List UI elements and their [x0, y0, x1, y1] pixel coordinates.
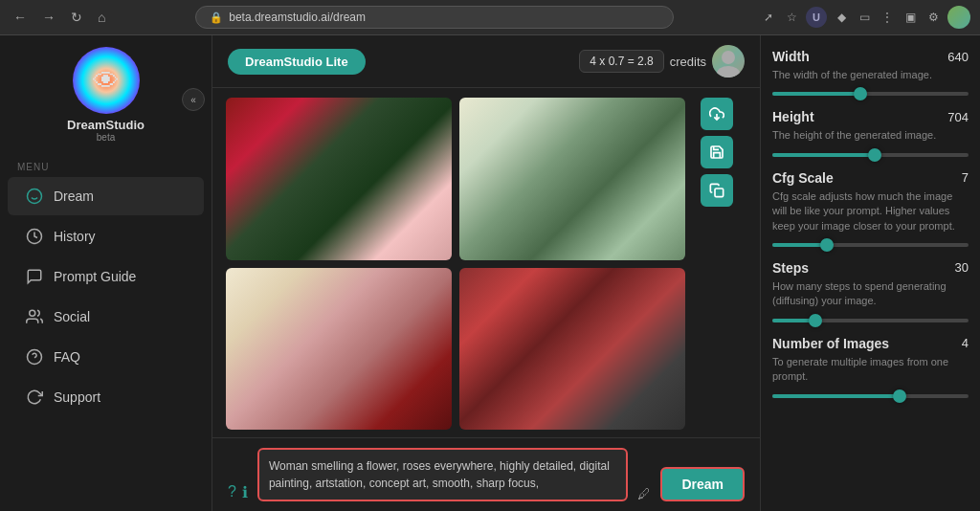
url-text: beta.dreamstudio.ai/dream	[229, 11, 366, 24]
reload-button[interactable]: ↻	[67, 8, 86, 27]
steps-value: 30	[955, 260, 969, 275]
num-images-slider[interactable]	[772, 394, 969, 398]
num-images-param: Number of Images 4 To generate multiple …	[772, 336, 969, 398]
steps-header: Steps 30	[772, 260, 969, 276]
download-button[interactable]	[701, 98, 733, 130]
width-slider[interactable]	[772, 92, 969, 96]
profile-icon[interactable]: U	[806, 7, 827, 28]
user-avatar-main[interactable]	[712, 45, 745, 78]
cfg-scale-slider[interactable]	[772, 243, 969, 247]
menu-icon[interactable]: ⋮	[879, 9, 896, 26]
cfg-scale-label: Cfg Scale	[772, 170, 834, 186]
logo-image: 👁	[73, 47, 140, 114]
logo-beta: beta	[97, 132, 115, 143]
height-slider-fill	[772, 153, 875, 157]
num-images-label: Number of Images	[772, 336, 889, 351]
browser-chrome: ← → ↻ ⌂ 🔒 beta.dreamstudio.ai/dream ➚ ☆ …	[0, 0, 980, 35]
prompt-suffix: 🖊	[637, 486, 651, 501]
support-icon	[25, 388, 44, 407]
width-value: 640	[947, 50, 969, 64]
svg-point-8	[717, 66, 740, 78]
width-slider-thumb	[854, 87, 867, 100]
settings-icon[interactable]: ⚙	[924, 9, 942, 26]
save-button[interactable]	[701, 136, 733, 168]
extension-icon[interactable]: ◆	[833, 9, 850, 26]
back-button[interactable]: ←	[10, 8, 31, 27]
share-icon[interactable]: ➚	[760, 9, 777, 26]
tab-icon[interactable]: ▣	[902, 9, 919, 26]
social-icon	[25, 307, 44, 326]
steps-param: Steps 30 How many steps to spend generat…	[772, 260, 969, 322]
prompt-icons: ? ℹ	[228, 479, 248, 501]
sidebar-item-history[interactable]: History	[8, 217, 204, 256]
image-area	[226, 98, 746, 430]
width-header: Width 640	[772, 49, 969, 64]
generated-image-2[interactable]	[459, 98, 685, 260]
steps-desc: How many steps to spend generating (diff…	[772, 279, 969, 309]
generated-image-1[interactable]	[226, 98, 452, 260]
svg-point-0	[28, 189, 42, 204]
height-value: 704	[947, 110, 969, 124]
info-icon[interactable]: ℹ	[242, 483, 248, 501]
width-slider-fill	[772, 92, 860, 96]
prompt-area: ? ℹ Woman smelling a flower, roses every…	[212, 437, 760, 511]
dreamstudio-lite-tab[interactable]: DreamStudio Lite	[228, 49, 366, 75]
puzzle-icon[interactable]: ▭	[856, 9, 873, 26]
generated-image-3[interactable]	[226, 268, 452, 431]
address-bar[interactable]: 🔒 beta.dreamstudio.ai/dream	[195, 6, 674, 29]
steps-label: Steps	[772, 260, 809, 276]
cfg-scale-desc: Cfg scale adjusts how much the image wil…	[772, 189, 969, 233]
svg-point-7	[722, 51, 735, 64]
sidebar-item-faq[interactable]: FAQ	[8, 338, 204, 376]
forward-button[interactable]: →	[38, 8, 59, 27]
cfg-scale-thumb	[820, 238, 834, 252]
prompt-copy-icon[interactable]: 🖊	[637, 486, 651, 501]
logo-name: DreamStudio	[67, 118, 145, 132]
help-icon[interactable]: ?	[228, 483, 236, 500]
steps-slider[interactable]	[772, 319, 969, 322]
sidebar-item-history-label: History	[54, 229, 96, 244]
home-button[interactable]: ⌂	[94, 8, 109, 27]
svg-point-4	[30, 310, 35, 316]
faq-icon	[25, 347, 44, 367]
sidebar-item-faq-label: FAQ	[54, 349, 80, 365]
svg-rect-10	[715, 189, 724, 197]
sidebar: 👁 DreamStudio beta « MENU Dream History …	[0, 35, 212, 511]
cfg-scale-fill	[772, 243, 827, 247]
num-images-value: 4	[962, 336, 969, 350]
sidebar-logo: 👁 DreamStudio beta	[0, 35, 212, 154]
num-images-header: Number of Images 4	[772, 336, 969, 351]
width-param: Width 640 The width of the generated ima…	[772, 49, 969, 96]
prompt-text[interactable]: Woman smelling a flower, roses everywher…	[269, 457, 617, 492]
history-icon	[25, 227, 44, 246]
sidebar-item-social-label: Social	[54, 309, 90, 324]
height-param: Height 704 The height of the generated i…	[772, 109, 969, 156]
copy-button[interactable]	[701, 174, 733, 207]
image-grid	[226, 98, 685, 430]
browser-toolbar: ➚ ☆ U ◆ ▭ ⋮ ▣ ⚙	[760, 6, 970, 29]
cfg-scale-param: Cfg Scale 7 Cfg scale adjusts how much t…	[772, 170, 969, 247]
credits-area: 4 x 0.7 = 2.8 credits	[579, 45, 745, 78]
credits-label: credits	[670, 55, 706, 69]
width-desc: The width of the generated image.	[772, 68, 969, 82]
prompt-guide-icon	[25, 267, 44, 286]
user-avatar[interactable]	[947, 6, 970, 29]
height-slider[interactable]	[772, 153, 969, 157]
sidebar-item-prompt-guide-label: Prompt Guide	[54, 269, 136, 284]
sidebar-item-social[interactable]: Social	[8, 298, 204, 336]
dream-button[interactable]: Dream	[660, 467, 745, 501]
sidebar-item-support[interactable]: Support	[8, 378, 204, 416]
sidebar-item-prompt-guide[interactable]: Prompt Guide	[8, 257, 204, 296]
generated-image-4[interactable]	[459, 268, 685, 431]
steps-thumb	[809, 314, 822, 327]
main-header: DreamStudio Lite 4 x 0.7 = 2.8 credits	[212, 35, 760, 88]
action-buttons	[701, 98, 733, 430]
width-label: Width	[772, 49, 810, 64]
cfg-scale-header: Cfg Scale 7	[772, 170, 969, 186]
collapse-button[interactable]: «	[182, 88, 205, 111]
sidebar-item-dream[interactable]: Dream	[8, 177, 204, 215]
num-images-thumb	[893, 389, 906, 403]
prompt-input-wrapper[interactable]: Woman smelling a flower, roses everywher…	[257, 448, 629, 501]
right-panel: Width 640 The width of the generated ima…	[760, 35, 980, 511]
star-icon[interactable]: ☆	[783, 9, 800, 26]
